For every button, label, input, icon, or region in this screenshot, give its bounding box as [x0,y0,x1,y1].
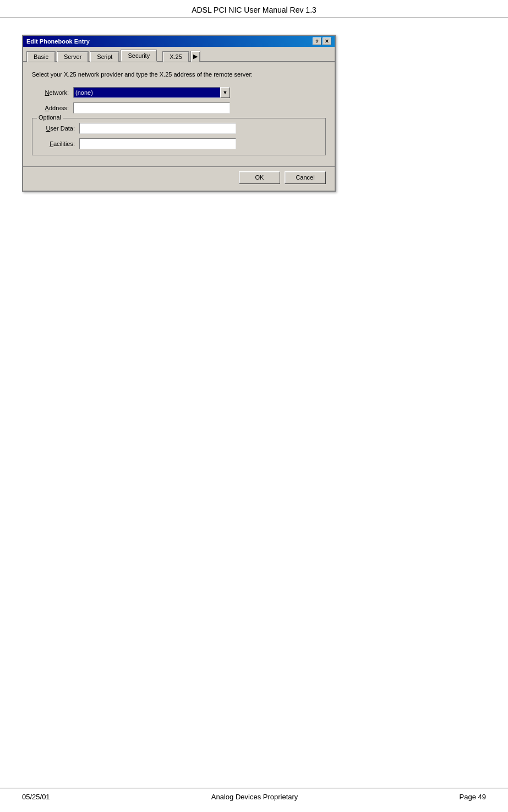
network-input[interactable] [73,87,221,98]
header-title: ADSL PCI NIC User Manual Rev 1.3 [192,6,316,14]
footer-date: 05/25/01 [22,793,50,801]
tab-security[interactable]: Security [121,50,157,62]
optional-group: Optional User Data: Facilities: [32,118,326,155]
user-data-label: User Data: [38,125,79,132]
tab-script[interactable]: Script [90,51,119,62]
tab-ellipsis[interactable]: ▶ [190,51,200,62]
facilities-row: Facilities: [38,138,320,149]
tab-x25[interactable]: X.25 [162,51,189,62]
facilities-label: Facilities: [38,140,79,147]
description-text: Select your X.25 network provider and ty… [32,70,326,79]
page-header: ADSL PCI NIC User Manual Rev 1.3 [0,0,508,18]
close-button[interactable]: ✕ [323,37,331,45]
dialog-content: Select your X.25 network provider and ty… [23,62,335,166]
user-data-input[interactable] [79,123,236,134]
address-label: Address: [32,105,73,111]
ok-button[interactable]: OK [239,171,280,184]
tab-basic[interactable]: Basic [26,51,56,62]
address-row: Address: [32,102,326,113]
facilities-input[interactable] [79,138,236,149]
dialog-footer: OK Cancel [23,166,335,191]
network-label: Network: [32,89,73,96]
dialog-titlebar: Edit Phonebook Entry ? ✕ [23,36,335,47]
dialog-window: Edit Phonebook Entry ? ✕ Basic Server Sc… [22,35,336,192]
network-dropdown-arrow[interactable]: ▼ [220,87,230,98]
footer-page: Page 49 [460,793,486,801]
page-footer: 05/25/01 Analog Devices Proprietary Page… [0,788,508,801]
address-input[interactable] [73,102,230,113]
footer-company: Analog Devices Proprietary [211,793,298,801]
cancel-button[interactable]: Cancel [285,171,326,184]
tab-bar: Basic Server Script Security X.25 ▶ [23,47,335,62]
network-row: Network: ▼ [32,87,326,98]
dialog-title: Edit Phonebook Entry [26,38,90,45]
tab-server[interactable]: Server [57,51,89,62]
help-button[interactable]: ? [313,37,321,45]
user-data-row: User Data: [38,123,320,134]
optional-legend: Optional [37,114,63,121]
